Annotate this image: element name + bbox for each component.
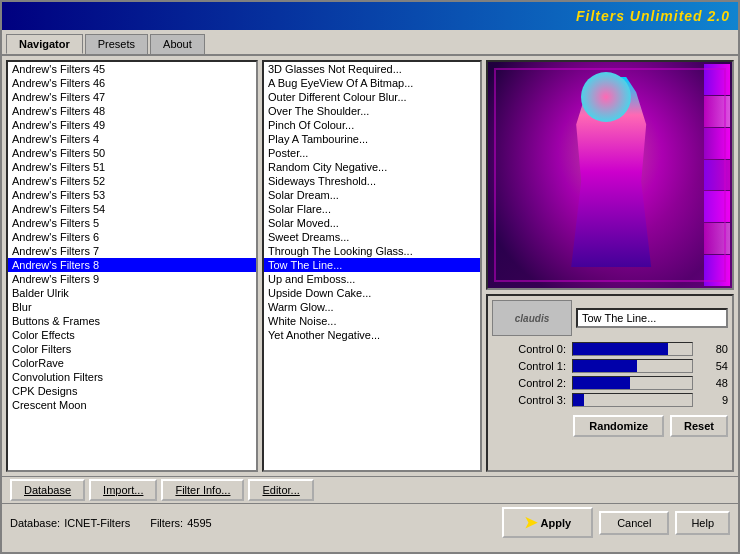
control-label-3: Control 3: <box>492 394 572 406</box>
logo: claudis <box>492 300 572 336</box>
filter-item[interactable]: Sweet Dreams... <box>264 230 480 244</box>
control-label-1: Control 1: <box>492 360 572 372</box>
status-bar: Database: ICNET-Filters Filters: 4595 ➤ … <box>2 503 738 541</box>
list-item[interactable]: Andrew's Filters 49 <box>8 118 256 132</box>
list-item[interactable]: ColorRave <box>8 356 256 370</box>
list-item[interactable]: Andrew's Filters 9 <box>8 272 256 286</box>
action-buttons: ➤ Apply Cancel Help <box>502 507 730 538</box>
filters-label: Filters: <box>150 517 183 529</box>
list-item[interactable]: Andrew's Filters 46 <box>8 76 256 90</box>
list-item[interactable]: Andrew's Filters 45 <box>8 62 256 76</box>
filter-name-display: Tow The Line... <box>576 308 728 328</box>
controls-container: Control 0:80Control 1:54Control 2:48Cont… <box>492 342 728 407</box>
database-value: ICNET-Filters <box>64 517 130 529</box>
filter-item[interactable]: Random City Negative... <box>264 160 480 174</box>
reset-button[interactable]: Reset <box>670 415 728 437</box>
control-row-1: Control 1:54 <box>492 359 728 373</box>
filter-item[interactable]: Tow The Line...➤ <box>264 258 480 272</box>
editor-button[interactable]: Editor... <box>248 479 313 501</box>
bottom-toolbar: Database Import... Filter Info... Editor… <box>2 476 738 503</box>
filter-item[interactable]: Pinch Of Colour... <box>264 118 480 132</box>
randomize-button[interactable]: Randomize <box>573 415 664 437</box>
tab-navigator[interactable]: Navigator <box>6 34 83 54</box>
list-item[interactable]: Andrew's Filters 51 <box>8 160 256 174</box>
filter-item[interactable]: Sideways Threshold... <box>264 174 480 188</box>
filter-item[interactable]: Poster... <box>264 146 480 160</box>
list-item[interactable]: Andrew's Filters 53 <box>8 188 256 202</box>
list-item[interactable]: Crescent Moon <box>8 398 256 412</box>
help-button[interactable]: Help <box>675 511 730 535</box>
content-area: Andrew's Filters 45Andrew's Filters 46An… <box>2 56 738 476</box>
filter-item[interactable]: Over The Shoulder... <box>264 104 480 118</box>
category-list[interactable]: Andrew's Filters 45Andrew's Filters 46An… <box>6 60 258 472</box>
control-slider-0[interactable] <box>572 342 693 356</box>
control-row-2: Control 2:48 <box>492 376 728 390</box>
list-item[interactable]: Andrew's Filters 47 <box>8 90 256 104</box>
title-bar: Filters Unlimited 2.0 <box>2 2 738 30</box>
list-item[interactable]: Color Filters <box>8 342 256 356</box>
control-slider-1[interactable] <box>572 359 693 373</box>
app-title: Filters Unlimited 2.0 <box>576 8 730 24</box>
filter-list[interactable]: 3D Glasses Not Required...A Bug EyeView … <box>262 60 482 472</box>
filters-status: Filters: 4595 <box>150 517 211 529</box>
list-item[interactable]: Andrew's Filters 6 <box>8 230 256 244</box>
tab-presets[interactable]: Presets <box>85 34 148 54</box>
list-item[interactable]: Blur <box>8 300 256 314</box>
right-panel: claudis Tow The Line... Control 0:80Cont… <box>486 60 734 472</box>
filter-item[interactable]: Solar Dream... <box>264 188 480 202</box>
preview-decoration <box>488 62 732 288</box>
filter-item[interactable]: A Bug EyeView Of A Bitmap... <box>264 76 480 90</box>
controls-area: claudis Tow The Line... Control 0:80Cont… <box>486 294 734 472</box>
list-item[interactable]: Andrew's Filters 5 <box>8 216 256 230</box>
list-item[interactable]: Convolution Filters <box>8 370 256 384</box>
filter-item[interactable]: Through The Looking Glass... <box>264 244 480 258</box>
list-item[interactable]: Andrew's Filters 54 <box>8 202 256 216</box>
control-value-3: 9 <box>693 394 728 406</box>
filter-item[interactable]: Solar Flare... <box>264 202 480 216</box>
database-button[interactable]: Database <box>10 479 85 501</box>
control-slider-2[interactable] <box>572 376 693 390</box>
filter-info-button[interactable]: Filter Info... <box>161 479 244 501</box>
preview-area <box>486 60 734 290</box>
list-item[interactable]: Andrew's Filters 52 <box>8 174 256 188</box>
control-value-2: 48 <box>693 377 728 389</box>
controls-buttons: Randomize Reset <box>492 415 728 437</box>
filter-item[interactable]: White Noise... <box>264 314 480 328</box>
list-item[interactable]: Andrew's Filters 7 <box>8 244 256 258</box>
control-label-0: Control 0: <box>492 343 572 355</box>
list-item[interactable]: Color Effects <box>8 328 256 342</box>
import-button[interactable]: Import... <box>89 479 157 501</box>
cancel-button[interactable]: Cancel <box>599 511 669 535</box>
main-window: Filters Unlimited 2.0 Navigator Presets … <box>0 0 740 554</box>
list-item[interactable]: Buttons & Frames <box>8 314 256 328</box>
filter-item[interactable]: 3D Glasses Not Required... <box>264 62 480 76</box>
tab-about[interactable]: About <box>150 34 205 54</box>
filter-item[interactable]: Warm Glow... <box>264 300 480 314</box>
control-row-0: Control 0:80 <box>492 342 728 356</box>
list-item[interactable]: Andrew's Filters 8➤ <box>8 258 256 272</box>
tabs-bar: Navigator Presets About <box>2 30 738 56</box>
control-row-3: Control 3:9 <box>492 393 728 407</box>
filters-value: 4595 <box>187 517 211 529</box>
apply-button[interactable]: ➤ Apply <box>502 507 594 538</box>
list-item[interactable]: Andrew's Filters 48 <box>8 104 256 118</box>
list-item[interactable]: CPK Designs <box>8 384 256 398</box>
list-item[interactable]: Andrew's Filters 4 <box>8 132 256 146</box>
database-status: Database: ICNET-Filters <box>10 517 130 529</box>
control-value-1: 54 <box>693 360 728 372</box>
filter-item[interactable]: Outer Different Colour Blur... <box>264 90 480 104</box>
database-label: Database: <box>10 517 60 529</box>
filter-item[interactable]: Upside Down Cake... <box>264 286 480 300</box>
list-item[interactable]: Balder Ulrik <box>8 286 256 300</box>
filter-item[interactable]: Solar Moved... <box>264 216 480 230</box>
filter-name-bar: claudis Tow The Line... <box>492 300 728 336</box>
filter-item[interactable]: Up and Emboss... <box>264 272 480 286</box>
filter-item[interactable]: Play A Tambourine... <box>264 132 480 146</box>
apply-arrow-icon: ➤ <box>524 513 537 532</box>
control-value-0: 80 <box>693 343 728 355</box>
control-label-2: Control 2: <box>492 377 572 389</box>
filter-item[interactable]: Yet Another Negative... <box>264 328 480 342</box>
list-item[interactable]: Andrew's Filters 50 <box>8 146 256 160</box>
control-slider-3[interactable] <box>572 393 693 407</box>
